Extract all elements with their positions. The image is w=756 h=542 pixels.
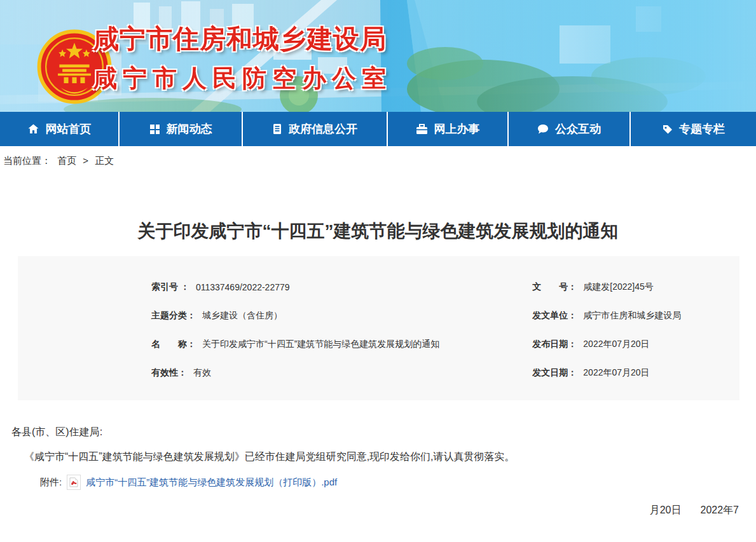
breadcrumb-separator: > — [83, 155, 88, 166]
meta-row-doc-number: 文 号： 咸建发[2022]45号 — [439, 273, 739, 301]
meta-value: 2022年07月20日 — [583, 367, 649, 379]
document-icon — [272, 123, 282, 135]
attachment-row: 附件: 咸宁市“十四五”建筑节能与绿色建筑发展规划（打印版）.pdf — [0, 475, 756, 490]
attachment-pdf-link[interactable]: 咸宁市“十四五”建筑节能与绿色建筑发展规划（打印版）.pdf — [86, 477, 337, 489]
meta-value: 咸宁市住房和城乡建设局 — [583, 310, 681, 322]
body-paragraph: 《咸宁市“十四五”建筑节能与绿色建筑发展规划》已经市住建局党组研究同意,现印发给… — [0, 451, 756, 464]
meta-value: 有效 — [193, 367, 211, 379]
meta-column-right: 文 号： 咸建发[2022]45号 发文单位： 咸宁市住房和城乡建设局 发布日期… — [439, 273, 739, 387]
nav-label: 网站首页 — [46, 121, 92, 137]
meta-label: 主题分类： — [151, 310, 196, 322]
nav-label: 政府信息公开 — [289, 121, 357, 137]
page: 咸宁市住房和城乡建设局 咸宁市人民防空办公室 网站首页 新闻动态 政府信息公开 … — [0, 0, 756, 542]
meta-value: 城乡建设（含住房） — [202, 310, 282, 322]
salutation: 各县(市、区)住建局: — [0, 426, 756, 439]
org-name-line1: 咸宁市住房和城乡建设局 — [93, 22, 392, 57]
document-date: 月20日2022年7 — [0, 504, 756, 517]
home-icon — [27, 123, 39, 135]
nav-label: 公众互动 — [555, 121, 601, 137]
breadcrumb-prefix: 当前位置： — [3, 155, 51, 166]
nav-item-online-services[interactable]: 网上办事 — [388, 112, 507, 146]
meta-row-topic-category: 主题分类： 城乡建设（含住房） — [18, 301, 439, 330]
meta-row-validity: 有效性： 有效 — [18, 358, 439, 387]
breadcrumb-home-link[interactable]: 首页 — [57, 155, 76, 166]
header-banner: 咸宁市住房和城乡建设局 咸宁市人民防空办公室 — [0, 0, 756, 112]
meta-value: 2022年07月20日 — [583, 339, 649, 350]
meta-row-issue-date: 发文日期： 2022年07月20日 — [439, 358, 739, 387]
meta-label: 文 号： — [532, 281, 577, 293]
document-meta-box: 索引号 ： 011337469/2022-22779 主题分类： 城乡建设（含住… — [18, 256, 739, 400]
meta-value: 关于印发咸宁市“十四五”建筑节能与绿色建筑发展规划的通知 — [202, 339, 439, 350]
page-title: 关于印发咸宁市“十四五”建筑节能与绿色建筑发展规划的通知 — [0, 219, 756, 243]
meta-label: 有效性： — [151, 367, 187, 379]
breadcrumb: 当前位置： 首页 > 正文 — [0, 146, 756, 167]
date-part-year: 2022年7 — [701, 505, 739, 515]
nav-label: 专题专栏 — [679, 121, 725, 137]
meta-label: 发文单位： — [532, 310, 577, 322]
pdf-icon — [67, 475, 81, 490]
nav-item-home[interactable]: 网站首页 — [0, 112, 118, 146]
org-name-line2: 咸宁市人民防空办公室 — [93, 62, 392, 95]
meta-column-left: 索引号 ： 011337469/2022-22779 主题分类： 城乡建设（含住… — [18, 273, 439, 387]
meta-label: 发文日期： — [532, 367, 577, 379]
document-body: 各县(市、区)住建局: 《咸宁市“十四五”建筑节能与绿色建筑发展规划》已经市住建… — [0, 426, 756, 517]
meta-value: 咸建发[2022]45号 — [583, 281, 654, 293]
nav-item-public-interaction[interactable]: 公众互动 — [509, 112, 629, 146]
main-nav: 网站首页 新闻动态 政府信息公开 网上办事 公众互动 专题专栏 — [0, 112, 756, 146]
meta-label: 名 称： — [151, 339, 196, 350]
meta-label: 索引号 ： — [151, 281, 189, 293]
nav-label: 新闻动态 — [167, 121, 212, 137]
attachment-label: 附件: — [40, 477, 62, 489]
meta-row-issuing-unit: 发文单位： 咸宁市住房和城乡建设局 — [439, 301, 739, 330]
meta-row-document-name: 名 称： 关于印发咸宁市“十四五”建筑节能与绿色建筑发展规划的通知 — [18, 330, 439, 358]
briefcase-icon — [416, 124, 428, 135]
chat-icon — [537, 124, 549, 135]
site-titles: 咸宁市住房和城乡建设局 咸宁市人民防空办公室 — [93, 22, 392, 95]
tag-icon — [662, 124, 673, 135]
nav-label: 网上办事 — [434, 121, 480, 137]
meta-row-index-number: 索引号 ： 011337469/2022-22779 — [18, 273, 439, 301]
grid-icon — [149, 124, 160, 135]
breadcrumb-current: 正文 — [95, 155, 114, 166]
meta-label: 发布日期： — [532, 339, 577, 350]
date-part-day: 月20日 — [650, 505, 682, 515]
nav-item-special-topics[interactable]: 专题专栏 — [631, 112, 756, 146]
meta-value: 011337469/2022-22779 — [196, 282, 290, 292]
nav-item-news[interactable]: 新闻动态 — [120, 112, 242, 146]
nav-item-gov-info[interactable]: 政府信息公开 — [243, 112, 387, 146]
meta-row-publish-date: 发布日期： 2022年07月20日 — [439, 330, 739, 358]
